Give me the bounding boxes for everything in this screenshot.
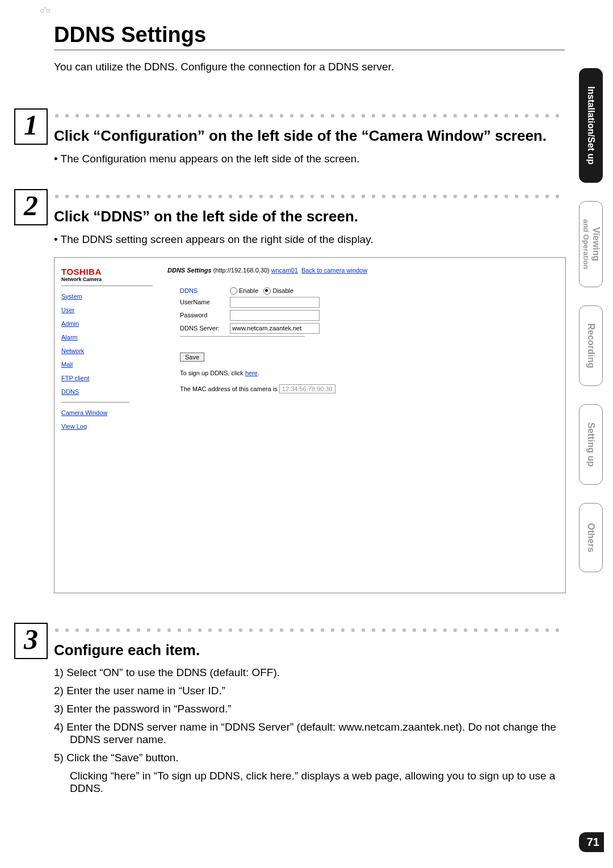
dots-divider [54,194,565,202]
step-3-item-4: 4) Enter the DDNS server name in “DDNS S… [54,721,565,746]
ddns-server-input[interactable] [230,323,320,334]
step-2-title: Click “DDNS” on the left side of the scr… [54,207,565,227]
page-title: DDNS Settings [54,23,585,47]
step-1-bullet: • The Configuration menu appears on the … [54,153,565,165]
ddns-disable-radio[interactable] [263,287,271,295]
password-input[interactable] [230,310,320,321]
mac-address-box: 12:34:56:78:90:30 [279,384,335,393]
step-3-item-3: 3) Enter the password in “Password.” [54,703,565,715]
signup-post: . [258,370,259,376]
tab-installation-label: Installation/Set up [586,86,596,165]
nav-mail[interactable]: Mail [61,361,153,368]
step-3-item-5: 5) Click the “Save” button. [54,752,565,764]
mac-pre: The MAC address of this camera is [180,385,279,392]
nav-alarm[interactable]: Alarm [61,334,153,341]
header-ip: (http://192.168.0.30) [212,267,271,274]
intro-text: You can utilize the DDNS. Configure the … [54,61,585,73]
tab-setting-up-label: Setting up [586,422,596,467]
username-label: UserName [180,299,230,305]
dots-divider [54,113,565,121]
step-3-item-2: 2) Enter the user name in “User ID.” [54,685,565,697]
step-1-title: Click “Configuration” on the left side o… [54,127,565,146]
header-title: DDNS Settings [167,267,212,274]
nav-view-log[interactable]: View Log [61,423,153,430]
decorative-bubbles: ○○○ [40,5,49,15]
screenshot-sidebar: TOSHIBA Network Camera System User Admin… [54,258,159,593]
signup-pre: To sign up DDNS, click [180,370,245,376]
tab-installation[interactable]: Installation/Set up [579,68,603,183]
tab-viewing-label: Viewing and Operation [581,219,601,269]
step-1: 1 Click “Configuration” on the left side… [54,113,565,165]
signup-text: To sign up DDNS, click here. [180,370,557,376]
side-tabs: Installation/Set up Viewing and Operatio… [579,68,603,590]
step-3-note: Clicking “here” in “To sign up DDNS, cli… [54,770,565,795]
tab-recording-label: Recording [586,323,596,368]
nav-network[interactable]: Network [61,347,153,354]
screenshot-header: DDNS Settings (http://192.168.0.30) wnca… [167,267,557,274]
step-2-number: 2 [14,189,48,225]
step-3: 3 Configure each item. 1) Select “ON” to… [54,627,565,795]
tab-others[interactable]: Others [579,503,603,572]
ddns-settings-screenshot: TOSHIBA Network Camera System User Admin… [54,257,566,593]
nav-ftp-client[interactable]: FTP client [61,375,153,381]
save-button[interactable]: Save [180,353,204,362]
back-to-camera-link[interactable]: Back to camera window [301,267,367,274]
step-3-item-1: 1) Select “ON” to use the DDNS (default:… [54,666,565,679]
tab-setting-up[interactable]: Setting up [579,404,603,485]
disable-label: Disable [272,287,293,294]
screenshot-main: DDNS Settings (http://192.168.0.30) wnca… [159,258,565,593]
nav-user[interactable]: User [61,307,153,313]
header-camera-link[interactable]: wncam01 [271,267,298,274]
nav-camera-window[interactable]: Camera Window [61,409,153,416]
form-divider [180,336,305,337]
nav-system[interactable]: System [61,293,153,300]
mac-text: The MAC address of this camera is 12:34:… [180,384,557,393]
page-number-badge: 71 [579,832,604,852]
username-input[interactable] [230,297,320,308]
tab-recording[interactable]: Recording [579,305,603,386]
ddns-server-label: DDNS Server: [180,325,230,332]
step-1-number: 1 [14,108,48,145]
ddns-enable-radio[interactable] [230,287,237,295]
dots-divider [54,627,565,635]
brand-subtitle: Network Camera [61,276,153,286]
step-2-bullet: • The DDNS setting screen appears on the… [54,233,565,246]
tab-viewing[interactable]: Viewing and Operation [579,201,603,287]
step-3-title: Configure each item. [54,641,565,660]
tab-others-label: Others [586,523,596,552]
nav-separator [61,402,129,402]
step-2: 2 Click “DDNS” on the left side of the s… [54,194,565,593]
nav-admin[interactable]: Admin [61,320,153,327]
enable-label: Enable [239,287,258,294]
signup-here-link[interactable]: here [245,370,258,376]
step-3-number: 3 [14,623,48,659]
title-divider [54,49,565,51]
password-label: Password [180,312,230,318]
brand-logo: TOSHIBA [61,267,153,276]
ddns-label: DDNS [180,287,230,294]
nav-ddns[interactable]: DDNS [61,388,153,395]
